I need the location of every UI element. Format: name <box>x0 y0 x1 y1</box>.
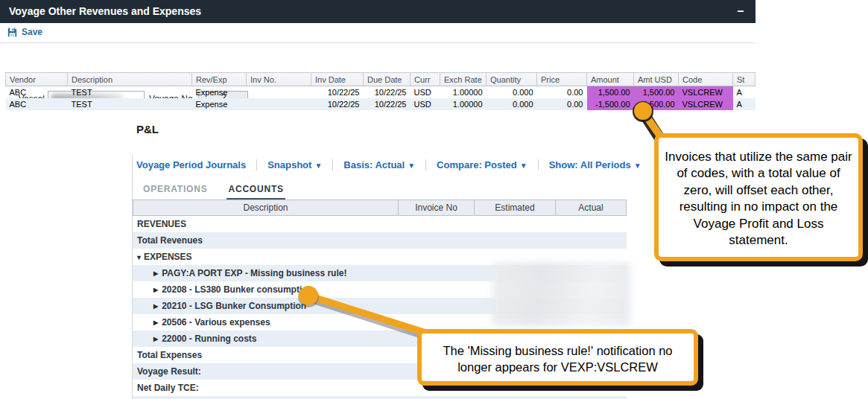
cell-st[interactable]: A <box>733 86 755 99</box>
cell-invno[interactable] <box>247 86 311 99</box>
save-button-label: Save <box>22 27 42 37</box>
collapse-arrow-icon[interactable]: ▼ <box>136 254 142 261</box>
col-header-quantity: Quantity <box>487 73 537 86</box>
expand-arrow-icon[interactable]: ▶ <box>153 319 158 326</box>
revenues-expenses-grid: Vendor Description Rev/Exp Inv No. Inv D… <box>5 72 755 110</box>
minimize-button[interactable]: – <box>733 0 748 23</box>
cell-invdate[interactable]: 10/22/25 <box>311 98 364 110</box>
pnl-col-estimated: Estimated <box>475 200 556 216</box>
pnl-header-row: Description Invoice No Estimated Actual <box>133 200 627 216</box>
missing-rule-callout: The 'Missing business rule!' notificatio… <box>417 329 698 386</box>
cell-quantity[interactable]: 0.000 <box>487 86 537 99</box>
cell-quantity[interactable]: 0.000 <box>487 98 537 110</box>
window-toolbar: Save <box>0 23 755 43</box>
col-header-code: Code <box>679 73 733 86</box>
basis-dropdown[interactable]: Basis: Actual▼ <box>333 159 426 170</box>
cell-amount-highlighted[interactable]: -1,500.00 <box>587 98 634 110</box>
pnl-row-total-revenues[interactable]: Total Revenues <box>133 232 627 249</box>
chevron-down-icon: ▼ <box>314 162 322 170</box>
expand-arrow-icon[interactable]: ▶ <box>153 303 158 310</box>
cell-amtusd-highlighted[interactable]: 1,500.00 <box>634 86 679 99</box>
chevron-down-icon: ▼ <box>634 162 642 170</box>
pnl-values-redacted <box>492 262 631 326</box>
cell-exchrate[interactable]: 1.00000 <box>440 86 487 99</box>
window-titlebar: Voyage Other Revenues and Expenses – <box>0 0 755 23</box>
chevron-down-icon: ▼ <box>408 162 415 170</box>
cell-revexp[interactable]: Expense <box>192 86 247 99</box>
compare-dropdown[interactable]: Compare: Posted▼ <box>426 159 539 170</box>
cell-curr[interactable]: USD <box>411 86 440 99</box>
col-header-description: Description <box>68 73 192 86</box>
col-header-st: St <box>733 73 755 86</box>
cell-vendor[interactable]: ABC <box>6 86 68 99</box>
cell-price[interactable]: 0.00 <box>537 86 587 99</box>
tab-accounts[interactable]: ACCOUNTS <box>226 184 285 200</box>
cell-amount-highlighted[interactable]: 1,500.00 <box>587 86 634 99</box>
grid-header-row: Vendor Description Rev/Exp Inv No. Inv D… <box>6 73 755 86</box>
col-header-curr: Curr <box>411 73 440 86</box>
voyage-period-journals-button[interactable]: Voyage Period Journals <box>136 159 257 170</box>
col-header-invdate: Inv Date <box>311 73 364 86</box>
col-header-duedate: Due Date <box>364 73 411 86</box>
col-header-exchrate: Exch Rate <box>440 73 487 86</box>
cell-description[interactable]: TEST <box>68 98 192 110</box>
cell-price[interactable]: 0.00 <box>537 98 587 110</box>
grid-row-1: ABC TEST Expense 10/22/25 10/22/25 USD 1… <box>6 86 755 99</box>
tab-operations[interactable]: OPERATIONS <box>142 184 209 200</box>
pnl-col-invoiceno: Invoice No <box>399 200 475 216</box>
col-header-invno: Inv No. <box>247 73 311 86</box>
window-title: Voyage Other Revenues and Expenses <box>9 5 201 17</box>
cell-amtusd-highlighted[interactable]: -1,500.00 <box>634 98 679 110</box>
show-periods-dropdown[interactable]: Show: All Periods▼ <box>539 159 652 170</box>
cell-curr[interactable]: USD <box>411 98 440 110</box>
pnl-row-empty <box>133 396 627 399</box>
cell-invno[interactable] <box>247 98 311 110</box>
pnl-title: P&L <box>136 123 159 135</box>
voyage-form: Vessel Voyage No. 2 <box>0 43 755 72</box>
cell-exchrate[interactable]: 1.00000 <box>440 98 487 110</box>
cell-code-highlighted[interactable]: VSLCREW <box>679 98 733 110</box>
pnl-col-actual: Actual <box>556 200 627 216</box>
cell-duedate[interactable]: 10/22/25 <box>364 98 411 110</box>
col-header-amtusd: Amt USD <box>634 73 679 86</box>
cell-code-highlighted[interactable]: VSLCREW <box>679 86 733 99</box>
missing-rule-text: The 'Missing business rule!' notificatio… <box>443 344 672 374</box>
expand-arrow-icon[interactable]: ▶ <box>153 270 158 277</box>
col-header-revexp: Rev/Exp <box>192 73 247 86</box>
chevron-down-icon: ▼ <box>520 162 528 170</box>
cell-revexp[interactable]: Expense <box>192 98 247 110</box>
offset-note-text: Invoices that utilize the same pair of c… <box>665 150 852 247</box>
col-header-vendor: Vendor <box>6 73 68 86</box>
offset-note-callout: Invoices that utilize the same pair of c… <box>654 133 863 261</box>
pnl-tabs: OPERATIONS ACCOUNTS <box>142 184 285 200</box>
cell-st[interactable]: A <box>733 98 755 110</box>
cell-invdate[interactable]: 10/22/25 <box>311 86 364 99</box>
col-header-amount: Amount <box>587 73 634 86</box>
pnl-row-revenues[interactable]: REVENUES <box>133 216 627 232</box>
cell-vendor[interactable]: ABC <box>6 98 68 110</box>
expand-arrow-icon[interactable]: ▶ <box>153 336 158 342</box>
expand-arrow-icon[interactable]: ▶ <box>153 287 158 293</box>
pnl-col-description: Description <box>133 200 399 216</box>
cell-description[interactable]: TEST <box>68 86 192 99</box>
snapshot-dropdown[interactable]: Snapshot▼ <box>257 159 333 170</box>
grid-row-2: ABC TEST Expense 10/22/25 10/22/25 USD 1… <box>6 98 755 110</box>
save-button[interactable]: Save <box>7 27 42 37</box>
col-header-price: Price <box>537 73 587 86</box>
save-floppy-icon <box>7 28 17 37</box>
pnl-toolbar: Voyage Period Journals Snapshot▼ Basis: … <box>136 157 652 172</box>
screen: Voyage Other Revenues and Expenses – Sav… <box>0 0 868 399</box>
cell-duedate[interactable]: 10/22/25 <box>364 86 411 99</box>
